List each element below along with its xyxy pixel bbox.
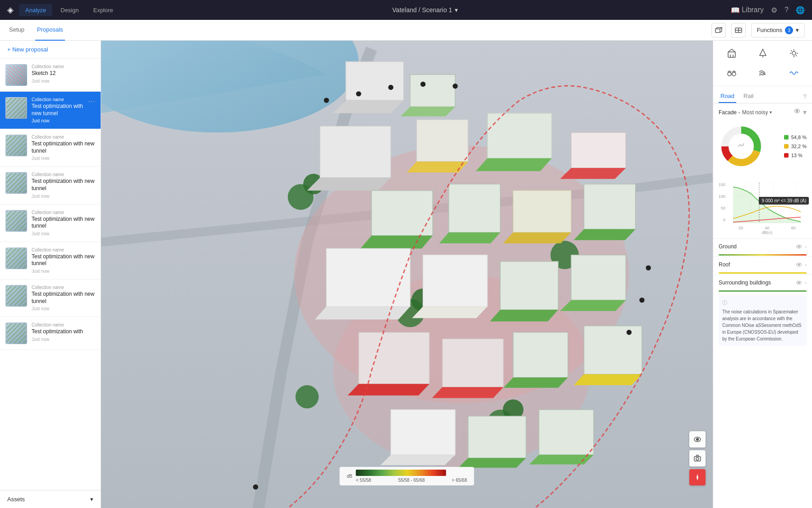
tree-icon-btn[interactable] — [748, 44, 777, 62]
eye-icon — [796, 262, 802, 267]
help-btn[interactable]: ? — [784, 6, 789, 14]
svg-rect-50 — [584, 326, 642, 374]
legend-bar: dB < 55/58 55/58 - 65/68 > 65/68 — [340, 467, 474, 485]
road-tab[interactable]: Road — [719, 90, 736, 103]
roof-label: Roof — [719, 261, 730, 268]
facade-controls: ▾ — [794, 108, 807, 117]
svg-point-59 — [356, 91, 361, 96]
svg-rect-56 — [539, 410, 594, 455]
proposal-item-sketch12[interactable]: Collection nameSketch 12Just now — [0, 59, 101, 92]
sun-icon-btn[interactable] — [779, 44, 808, 62]
assets-chevron-icon: ▾ — [90, 496, 93, 503]
proposal-item-tunnel7[interactable]: Collection nameTest optimization withJus… — [0, 317, 101, 350]
svg-point-68 — [253, 485, 258, 489]
svg-marker-31 — [439, 233, 500, 243]
tab-design[interactable]: Design — [54, 4, 85, 16]
svg-point-87 — [732, 72, 736, 76]
svg-marker-19 — [401, 107, 455, 116]
y-label-100: 100 — [719, 194, 725, 199]
facade-expand-icon[interactable]: ▾ — [803, 108, 807, 117]
eye-icon — [796, 244, 802, 249]
legend-low: < 55/58 — [356, 478, 371, 483]
prop-collection-label-tunnel6: Collection name — [32, 285, 95, 290]
topbar: ◈ Analyze Design Explore Vateland / Scen… — [0, 0, 812, 20]
main-layout: + New proposal Collection nameSketch 12J… — [0, 41, 812, 508]
proposal-item-tunnel6[interactable]: Collection nameTest optimization with ne… — [0, 280, 101, 317]
functions-btn[interactable]: Functions 3 ▾ — [751, 23, 805, 37]
y-label-0: 0 — [719, 218, 725, 222]
prop-title-tunnel3: Test optimization with new tunnel — [32, 178, 95, 192]
analysis-help-icon[interactable]: ? — [803, 93, 807, 100]
city-map — [101, 41, 713, 508]
tab-proposals[interactable]: Proposals — [35, 20, 65, 41]
app-logo[interactable]: ◈ — [7, 5, 14, 15]
prop-time-tunnel3: Just now — [32, 194, 95, 199]
legend-dot-yellow — [784, 144, 789, 149]
donut-center-icon — [737, 141, 746, 152]
view-3d-btn[interactable] — [711, 23, 726, 37]
functions-dropdown-icon: ▾ — [796, 27, 799, 33]
wind-icon-btn[interactable] — [748, 64, 777, 82]
surrounding-expand-row[interactable]: Surrounding buildings › — [713, 275, 812, 290]
svg-point-60 — [388, 85, 393, 90]
svg-point-107 — [798, 282, 799, 284]
roof-expand-row[interactable]: Roof › — [713, 256, 812, 272]
svg-marker-43 — [560, 300, 626, 311]
prop-time-sketch12: Just now — [32, 79, 95, 84]
chart-x-labels: 20 40 60 — [719, 226, 807, 230]
globe-btn[interactable]: 🌐 — [796, 6, 805, 14]
proposal-thumb-tunnel4 — [5, 210, 27, 232]
proposal-item-tunnel2[interactable]: Collection nameTest optimization with ne… — [0, 129, 101, 167]
ground-expand-row[interactable]: Ground › — [713, 238, 812, 254]
prop-time-tunnel4: Just now — [32, 231, 95, 236]
project-breadcrumb: Vateland / Scenario 1 ▾ — [121, 6, 729, 14]
svg-marker-53 — [380, 455, 455, 465]
info-box: ⓘ The noise calculations in Spacemaker a… — [719, 295, 807, 346]
prop-title-tunnel2: Test optimization with new tunnel — [32, 140, 95, 154]
facade-dash: - — [738, 109, 740, 116]
surrounding-icons: › — [796, 280, 807, 285]
prop-title-tunnel4: Test optimization with new tunnel — [32, 216, 95, 230]
proposal-thumb-tunnel5 — [5, 247, 27, 269]
compass-btn[interactable] — [689, 469, 706, 485]
assets-btn[interactable]: Assets ▾ — [0, 490, 101, 508]
noise-icon-btn[interactable] — [779, 64, 808, 82]
svg-point-70 — [697, 438, 699, 441]
prop-collection-label-tunnel3: Collection name — [32, 172, 95, 177]
svg-rect-20 — [320, 126, 391, 177]
eye-btn[interactable] — [689, 431, 706, 447]
prop-time-tunnel1: Just now — [32, 118, 83, 123]
new-proposal-btn[interactable]: + New proposal — [0, 41, 101, 59]
rail-tab[interactable]: Rail — [742, 90, 755, 103]
prop-collection-label-tunnel2: Collection name — [32, 135, 95, 140]
legend-high: > 65/68 — [452, 478, 467, 483]
proposal-item-tunnel1[interactable]: Collection nameTest optimization with ne… — [0, 92, 101, 129]
globe-icon: 🌐 — [796, 6, 805, 14]
buildings-icon-btn[interactable] — [717, 44, 746, 62]
prop-menu-tunnel1[interactable]: ⋯ — [88, 97, 95, 106]
scenario-dropdown-icon[interactable]: ▾ — [455, 6, 458, 14]
right-panel: Road Rail ? Facade - Most noisy ▾ — [713, 41, 812, 508]
binoculars-icon-btn[interactable] — [717, 64, 746, 82]
tab-explore[interactable]: Explore — [87, 4, 120, 16]
svg-point-63 — [646, 266, 651, 270]
db-label: dB — [347, 474, 352, 479]
proposal-item-tunnel5[interactable]: Collection nameTest optimization with ne… — [0, 242, 101, 280]
view-2d-btn[interactable] — [731, 23, 746, 37]
viewport[interactable]: dB < 55/58 55/58 - 65/68 > 65/68 — [101, 41, 713, 508]
camera-btn[interactable] — [689, 450, 706, 466]
prop-time-tunnel6: Just now — [32, 306, 95, 311]
prop-title-tunnel6: Test optimization with new tunnel — [32, 291, 95, 305]
facade-eye-icon[interactable] — [794, 108, 800, 117]
legend-gradient — [356, 470, 446, 476]
donut-chart — [719, 124, 764, 169]
facade-dropdown-icon[interactable]: ▾ — [770, 110, 772, 115]
proposal-item-tunnel4[interactable]: Collection nameTest optimization with ne… — [0, 205, 101, 242]
library-btn[interactable]: 📖 Library — [731, 6, 764, 14]
functions-label: Functions — [757, 27, 782, 33]
tab-setup[interactable]: Setup — [7, 20, 26, 41]
tab-analyze[interactable]: Analyze — [19, 4, 52, 16]
svg-marker-77 — [760, 49, 766, 56]
settings-btn[interactable]: ⚙ — [771, 6, 777, 14]
proposal-item-tunnel3[interactable]: Collection nameTest optimization with ne… — [0, 167, 101, 204]
